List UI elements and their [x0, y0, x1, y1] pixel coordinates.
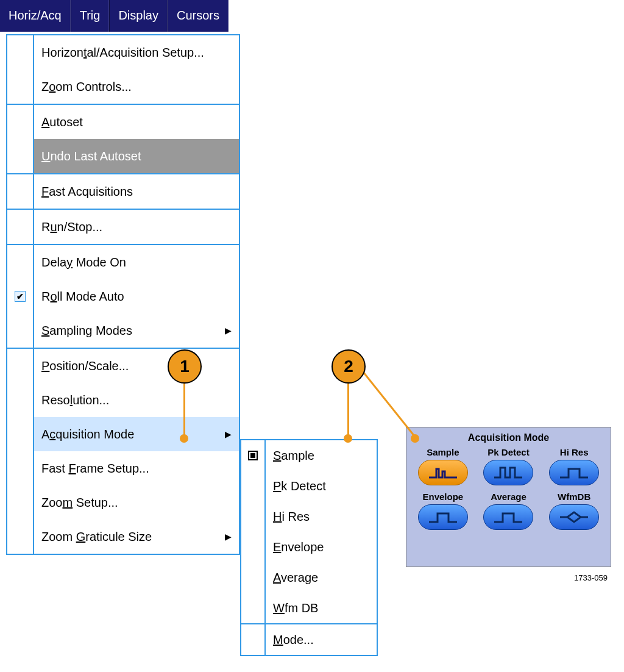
submenu-acquisition-mode: Sample Pk Detect Hi Res Envelope Average… [240, 439, 378, 656]
menu-label: Zoom Graticule Size [34, 530, 239, 544]
average-icon [493, 510, 523, 524]
menubar-item-display[interactable]: Display [109, 0, 168, 32]
callout-number: 1 [180, 357, 190, 376]
menu-item-autoset[interactable]: Autoset [7, 105, 239, 139]
acq-button-envelope[interactable] [418, 504, 468, 530]
sample-icon [428, 465, 458, 480]
submenu-item-wfm-db[interactable]: Wfm DB [241, 593, 377, 623]
menu-item-delay-mode-on[interactable]: Delay Mode On [7, 245, 239, 279]
menu-item-run-stop[interactable]: Run/Stop... [7, 210, 239, 244]
menu-item-roll-mode-auto[interactable]: ✔ Roll Mode Auto [7, 279, 239, 313]
menu-label: Undo Last Autoset [34, 149, 239, 163]
figure-reference: 1733-059 [574, 573, 608, 582]
callout-1-dot [180, 434, 188, 443]
submenu-arrow-icon: ▶ [225, 429, 232, 439]
menu-item-acquisition-mode[interactable]: Acquisition Mode ▶ [7, 417, 239, 451]
menu-item-fast-acquisitions[interactable]: Fast Acquisitions [7, 174, 239, 209]
callout-1: 1 [168, 349, 202, 384]
acq-label-average: Average [478, 491, 539, 502]
menu-label: Position/Scale... [34, 359, 239, 373]
acq-button-sample[interactable] [418, 460, 468, 485]
menu-label: Sample [266, 449, 377, 463]
menu-label: Pk Detect [266, 479, 377, 493]
pkdetect-icon [493, 465, 523, 480]
submenu-item-pk-detect[interactable]: Pk Detect [241, 471, 377, 501]
acq-label-wfmdb: WfmDB [544, 491, 604, 502]
acq-button-pkdetect[interactable] [483, 460, 533, 485]
submenu-arrow-icon: ▶ [225, 326, 232, 335]
menu-label: Autoset [34, 115, 239, 129]
acq-button-average[interactable] [483, 504, 533, 530]
menu-label: Envelope [266, 540, 377, 554]
menu-item-position-scale[interactable]: Position/Scale... [7, 349, 239, 383]
acquisition-mode-panel: Acquisition Mode Sample Pk Detect Hi Res… [406, 427, 611, 567]
radio-selected-icon [248, 451, 258, 460]
acq-label-envelope: Envelope [413, 491, 473, 502]
callout-2-dot-b [411, 434, 419, 443]
callout-2: 2 [332, 349, 366, 384]
menu-label: Roll Mode Auto [34, 290, 239, 304]
menu-label: Sampling Modes [34, 324, 239, 338]
acq-label-pkdetect: Pk Detect [478, 447, 539, 457]
menu-label: Zoom Setup... [34, 496, 239, 510]
acq-label-sample: Sample [413, 447, 473, 457]
menubar-item-horiz-acq[interactable]: Horiz/Acq [0, 0, 71, 32]
wfmdb-icon [559, 510, 589, 524]
acq-button-wfmdb[interactable] [549, 504, 599, 530]
dropdown-horiz-acq: Horizontal/Acquisition Setup... Zoom Con… [6, 34, 240, 555]
menu-label: Run/Stop... [34, 220, 239, 234]
menu-item-undo-last-autoset: Undo Last Autoset [7, 139, 239, 173]
acq-label-hires: Hi Res [544, 447, 604, 457]
menu-item-sampling-modes[interactable]: Sampling Modes ▶ [7, 313, 239, 348]
menu-item-zoom-controls[interactable]: Zoom Controls... [7, 70, 239, 104]
menu-item-zoom-graticule-size[interactable]: Zoom Graticule Size ▶ [7, 520, 239, 554]
svg-line-0 [363, 372, 414, 436]
menu-item-zoom-setup[interactable]: Zoom Setup... [7, 485, 239, 520]
menu-label: Average [266, 571, 377, 585]
panel-title: Acquisition Mode [413, 432, 604, 443]
submenu-item-average[interactable]: Average [241, 562, 377, 593]
menu-label: Wfm DB [266, 601, 377, 615]
menubar-item-cursors[interactable]: Cursors [168, 0, 229, 32]
menu-label: Zoom Controls... [34, 80, 239, 94]
menu-label: Acquisition Mode [34, 427, 239, 441]
menu-label: Horizontal/Acquisition Setup... [34, 46, 239, 60]
acq-button-hires[interactable] [549, 460, 599, 485]
menu-item-horizontal-acquisition-setup[interactable]: Horizontal/Acquisition Setup... [7, 35, 239, 70]
menu-label: Hi Res [266, 510, 377, 524]
menu-item-resolution[interactable]: Resolution... [7, 383, 239, 417]
callout-1-line [183, 384, 185, 436]
menubar: Horiz/Acq Trig Display Cursors [0, 0, 229, 32]
hires-icon [559, 465, 589, 480]
menu-label: Resolution... [34, 393, 239, 407]
menubar-item-trig[interactable]: Trig [71, 0, 110, 32]
envelope-icon [428, 510, 458, 524]
callout-2-dot-a [344, 434, 352, 443]
menu-label: Fast Acquisitions [34, 185, 239, 199]
submenu-arrow-icon: ▶ [225, 532, 232, 542]
menu-label: Fast Frame Setup... [34, 462, 239, 476]
menu-item-fast-frame-setup[interactable]: Fast Frame Setup... [7, 451, 239, 485]
menu-label: Mode... [266, 633, 377, 647]
menu-label: Delay Mode On [34, 256, 239, 270]
callout-number: 2 [344, 357, 353, 376]
submenu-item-mode[interactable]: Mode... [241, 624, 377, 655]
submenu-item-hi-res[interactable]: Hi Res [241, 501, 377, 532]
submenu-item-envelope[interactable]: Envelope [241, 532, 377, 562]
checkmark-icon: ✔ [15, 291, 26, 302]
